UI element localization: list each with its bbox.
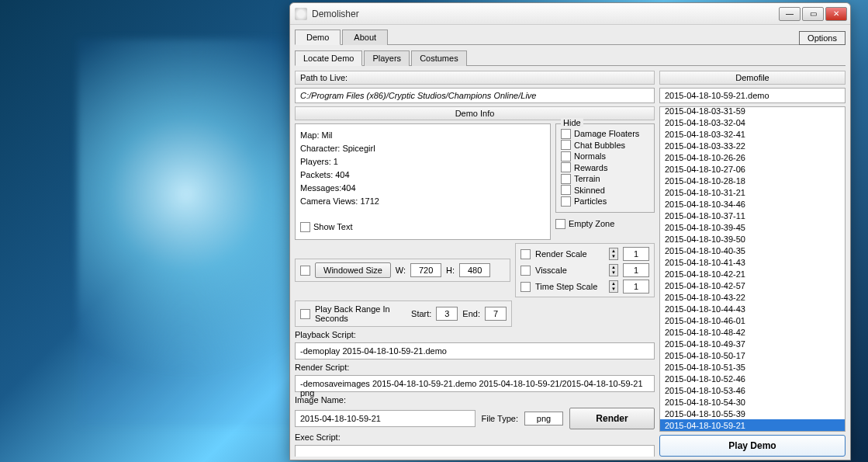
- demo-messages: Messages:404: [300, 182, 545, 195]
- demofile-header: Demofile: [659, 71, 846, 85]
- render-script-label: Render Script:: [295, 363, 655, 372]
- filetype-input[interactable]: [524, 412, 563, 426]
- demofile-item[interactable]: 2015-04-18-10-55-39: [660, 408, 845, 419]
- spinner-icon[interactable]: ▲▼: [609, 264, 618, 276]
- demofile-item[interactable]: 2015-04-18-10-31-21: [660, 186, 845, 198]
- demofile-item[interactable]: 2015-04-18-10-34-46: [660, 198, 845, 210]
- demofile-item[interactable]: 2015-04-18-10-42-57: [660, 280, 845, 291]
- demofile-item[interactable]: 2015-04-18-10-44-43: [660, 303, 845, 314]
- demofile-item[interactable]: 2015-04-18-10-48-42: [660, 326, 845, 338]
- demofile-list[interactable]: 2015-04-18-03-31-592015-04-18-03-32-0420…: [659, 106, 846, 432]
- hide-group: Hide Damage Floaters Chat Bubbles Normal…: [555, 123, 655, 213]
- demofile-item[interactable]: 2015-04-18-03-31-59: [660, 106, 845, 116]
- demo-players: Players: 1: [300, 155, 545, 168]
- demofile-item[interactable]: 2015-04-18-03-32-41: [660, 128, 845, 140]
- demo-packets: Packets: 404: [300, 168, 545, 182]
- demofile-item[interactable]: 2015-04-18-10-50-17: [660, 349, 845, 361]
- visscale-input[interactable]: [623, 263, 649, 277]
- demo-map: Map: Mil: [300, 129, 545, 142]
- demofile-item[interactable]: 2015-04-18-10-27-06: [660, 163, 845, 175]
- maximize-button[interactable]: ▭: [802, 7, 824, 21]
- hide-legend: Hide: [561, 118, 583, 127]
- window-title: Demolisher: [312, 9, 779, 19]
- close-button[interactable]: ✕: [825, 7, 847, 21]
- hide-chat-bubbles[interactable]: Chat Bubbles: [561, 140, 649, 150]
- hide-terrain[interactable]: Terrain: [561, 174, 649, 184]
- subtab-locate-demo[interactable]: Locate Demo: [295, 50, 362, 66]
- demofile-item[interactable]: 2015-04-18-10-53-46: [660, 384, 845, 396]
- spinner-icon[interactable]: ▲▼: [609, 280, 618, 293]
- demo-cameraviews: Camera Views: 1712: [300, 195, 545, 208]
- demofile-item[interactable]: 2015-04-18-10-28-18: [660, 175, 845, 186]
- checkbox-icon: [300, 222, 310, 232]
- exec-script-label: Exec Script:: [295, 432, 655, 442]
- demo-info-box: Map: Mil Character: Spicegirl Players: 1…: [295, 123, 551, 240]
- playback-end-input[interactable]: [485, 307, 507, 321]
- demofile-item[interactable]: 2015-04-18-10-43-22: [660, 291, 845, 303]
- demofile-item[interactable]: 2015-04-18-10-51-35: [660, 361, 845, 373]
- demofile-item[interactable]: 2015-04-18-10-37-11: [660, 210, 845, 221]
- demofile-item[interactable]: 2015-04-18-10-59-21: [660, 419, 845, 431]
- hide-damage-floaters[interactable]: Damage Floaters: [561, 129, 649, 139]
- image-name-label: Image Name:: [295, 395, 655, 405]
- path-label: Path to Live:: [295, 71, 655, 85]
- playback-script-input[interactable]: -demoplay 2015-04-18-10-59-21.demo: [295, 342, 655, 360]
- width-input[interactable]: [410, 263, 441, 277]
- exec-script-input[interactable]: [295, 445, 655, 457]
- demo-character: Character: Spicegirl: [300, 142, 545, 155]
- play-demo-button[interactable]: Play Demo: [659, 435, 846, 457]
- path-input[interactable]: C:/Program Files (x86)/Cryptic Studios/C…: [295, 88, 655, 103]
- demofile-item[interactable]: 2015-04-18-10-46-01: [660, 314, 845, 326]
- spinner-icon[interactable]: ▲▼: [609, 248, 618, 260]
- image-name-input[interactable]: [295, 410, 475, 427]
- timestep-checkbox[interactable]: [520, 282, 531, 292]
- demofile-item[interactable]: 2015-04-18-10-42-21: [660, 268, 845, 280]
- hide-rewards[interactable]: Rewards: [561, 162, 649, 172]
- windowed-size-button[interactable]: Windowed Size: [315, 262, 391, 278]
- hide-normals[interactable]: Normals: [561, 151, 649, 162]
- render-scale-checkbox[interactable]: [520, 249, 531, 259]
- tab-about[interactable]: About: [342, 30, 388, 45]
- render-button[interactable]: Render: [569, 408, 655, 429]
- demofile-item[interactable]: 2015-04-18-10-54-30: [660, 396, 845, 408]
- hide-particles[interactable]: Particles: [561, 196, 649, 207]
- playback-start-input[interactable]: [436, 307, 458, 321]
- demofile-item[interactable]: 2015-04-18-10-39-50: [660, 233, 845, 245]
- demofile-item[interactable]: 2015-04-18-10-41-43: [660, 256, 845, 268]
- subtab-costumes[interactable]: Costumes: [411, 50, 467, 66]
- minimize-button[interactable]: —: [779, 7, 801, 21]
- demofile-item[interactable]: 2015-04-18-10-39-45: [660, 221, 845, 233]
- timestep-input[interactable]: [623, 280, 649, 294]
- titlebar[interactable]: Demolisher — ▭ ✕: [290, 3, 850, 25]
- demofile-current[interactable]: 2015-04-18-10-59-21.demo: [659, 88, 846, 103]
- hide-skinned[interactable]: Skinned: [561, 185, 649, 195]
- demofile-item[interactable]: 2015-04-18-10-52-46: [660, 373, 845, 384]
- app-window: Demolisher — ▭ ✕ Demo About Options Loca…: [289, 2, 851, 460]
- demofile-item[interactable]: 2015-04-18-03-33-22: [660, 140, 845, 151]
- visscale-checkbox[interactable]: [520, 266, 531, 276]
- demo-info-header: Demo Info: [295, 106, 655, 120]
- demofile-item[interactable]: 2015-04-18-10-26-26: [660, 151, 845, 163]
- playback-range-checkbox[interactable]: [300, 309, 310, 319]
- windowed-size-checkbox[interactable]: [300, 266, 310, 276]
- render-scale-input[interactable]: [623, 247, 649, 261]
- empty-zone-checkbox[interactable]: Empty Zone: [555, 219, 655, 229]
- height-input[interactable]: [459, 263, 490, 277]
- render-script-input[interactable]: -demosaveimages 2015-04-18-10-59-21.demo…: [295, 375, 655, 392]
- demofile-item[interactable]: 2015-04-18-10-49-37: [660, 338, 845, 349]
- tab-demo[interactable]: Demo: [295, 30, 341, 45]
- demofile-item[interactable]: 2015-04-18-10-40-35: [660, 245, 845, 256]
- options-button[interactable]: Options: [799, 31, 846, 45]
- subtab-players[interactable]: Players: [364, 50, 410, 66]
- show-text-checkbox[interactable]: Show Text: [300, 221, 545, 234]
- app-icon: [295, 8, 307, 20]
- playback-script-label: Playback Script:: [295, 330, 655, 339]
- demofile-item[interactable]: 2015-04-18-03-32-04: [660, 116, 845, 128]
